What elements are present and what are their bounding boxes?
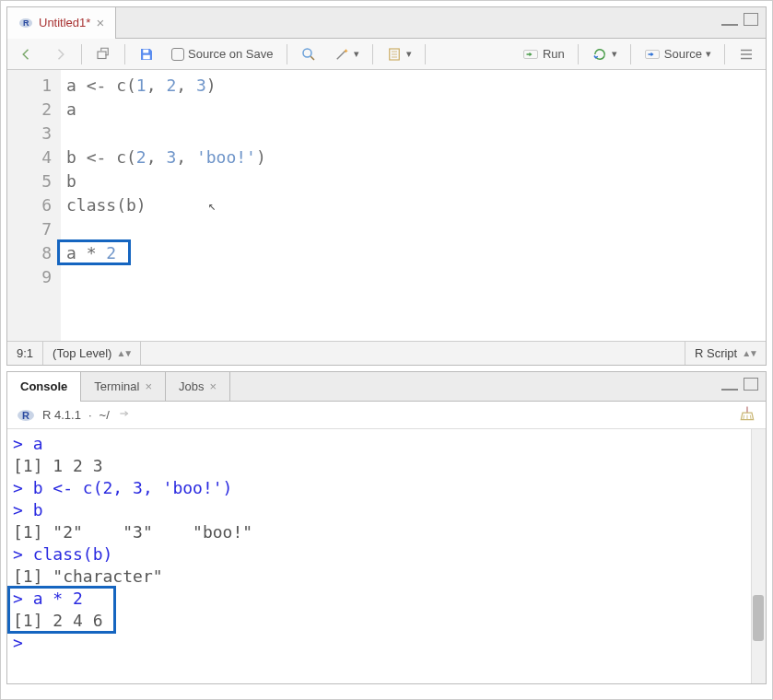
close-icon[interactable]: × <box>145 379 152 393</box>
source-on-save-checkbox[interactable]: Source on Save <box>168 45 277 63</box>
code-line[interactable]: b <box>66 169 760 193</box>
line-number: 1 <box>7 74 52 98</box>
svg-text:R: R <box>23 18 29 28</box>
wand-button[interactable] <box>330 44 363 64</box>
separator <box>372 44 373 64</box>
code-line[interactable]: a * 2 <box>66 241 760 265</box>
console-output[interactable]: > a[1] 1 2 3> b <- c(2, 3, 'boo!')> b[1]… <box>7 429 766 683</box>
highlight-box <box>57 239 131 265</box>
code-token: a <- c( <box>66 76 136 95</box>
language-selector[interactable]: R Script▲▼ <box>685 342 766 365</box>
nav-forward-button[interactable] <box>48 44 72 64</box>
editor-toolbar: Source on Save Run Source <box>7 39 766 70</box>
svg-rect-2 <box>98 52 106 59</box>
separator <box>81 44 82 64</box>
line-number: 4 <box>7 146 52 169</box>
editor-tab-title: Untitled1* <box>39 16 90 29</box>
scrollbar-thumb[interactable] <box>753 595 764 641</box>
goto-dir-icon[interactable] <box>117 407 132 423</box>
separator <box>425 44 426 64</box>
line-number: 5 <box>7 169 52 193</box>
console-pane: Console Terminal× Jobs× R R 4.1.1 · ~/ >… <box>6 371 767 684</box>
code-token: b <- c( <box>66 147 136 167</box>
code-line[interactable] <box>66 122 760 146</box>
cursor-pos-text: 9:1 <box>17 346 33 360</box>
code-body[interactable]: ↖ a <- c(1, 2, 3)ab <- c(2, 3, 'boo!')bc… <box>61 70 766 341</box>
console-line: [1] 1 2 3 <box>13 455 760 477</box>
code-token: ) <box>256 147 266 167</box>
console-line: > b <- c(2, 3, 'boo!') <box>13 477 760 499</box>
console-line: > b <box>13 499 760 521</box>
svg-text:R: R <box>22 410 29 421</box>
code-line[interactable]: a <box>66 98 760 122</box>
close-icon[interactable]: × <box>96 15 104 30</box>
code-line[interactable]: class(b) <box>66 193 760 217</box>
maximize-icon[interactable] <box>744 378 758 391</box>
code-line[interactable]: b <- c(2, 3, 'boo!') <box>66 146 760 169</box>
close-icon[interactable]: × <box>209 379 217 393</box>
separator <box>578 44 579 64</box>
minimize-icon[interactable] <box>721 18 738 26</box>
tab-console[interactable]: Console <box>7 372 81 402</box>
code-token: , <box>146 147 167 167</box>
console-line: > <box>13 632 760 654</box>
highlight-box <box>7 586 116 634</box>
find-button[interactable] <box>297 44 321 64</box>
line-number-gutter: 123456789 <box>7 70 61 341</box>
notebook-button[interactable] <box>382 44 416 64</box>
scrollbar[interactable] <box>751 429 766 683</box>
tab-terminal[interactable]: Terminal× <box>81 372 166 402</box>
svg-line-20 <box>744 415 744 420</box>
scope-selector[interactable]: (Top Level)▲▼ <box>43 342 141 365</box>
popout-button[interactable] <box>91 44 115 64</box>
code-line[interactable] <box>66 217 760 241</box>
code-token: 3 <box>196 76 206 95</box>
separator <box>287 44 287 64</box>
code-token: 2 <box>166 76 176 95</box>
source-button[interactable]: Source <box>640 44 715 64</box>
line-number: 6 <box>7 193 52 217</box>
updown-icon: ▲▼ <box>116 348 131 358</box>
working-dir[interactable]: ~/ <box>100 408 110 422</box>
save-button[interactable] <box>135 44 158 64</box>
mouse-cursor-icon: ↖ <box>208 193 216 217</box>
code-token: , <box>176 76 196 95</box>
svg-rect-3 <box>143 49 148 52</box>
code-editor[interactable]: 123456789 ↖ a <- c(1, 2, 3)ab <- c(2, 3,… <box>7 70 766 341</box>
line-number: 7 <box>7 217 52 241</box>
tab-jobs[interactable]: Jobs× <box>166 372 230 402</box>
cursor-position: 9:1 <box>7 342 43 365</box>
r-file-icon: R <box>18 16 33 30</box>
console-tabstrip: Console Terminal× Jobs× <box>7 372 766 402</box>
line-number: 9 <box>7 265 52 289</box>
code-token: , <box>146 76 167 95</box>
editor-tab[interactable]: R Untitled1* × <box>7 7 116 39</box>
outline-button[interactable] <box>734 44 758 64</box>
tab-terminal-label: Terminal <box>94 379 139 393</box>
nav-back-button[interactable] <box>15 44 39 64</box>
line-number: 3 <box>7 122 52 146</box>
console-info-bar: R R 4.1.1 · ~/ <box>7 402 766 429</box>
maximize-icon[interactable] <box>744 13 758 26</box>
source-on-save-label: Source on Save <box>188 47 274 61</box>
svg-point-5 <box>303 49 311 57</box>
code-token: 2 <box>136 147 146 167</box>
code-line[interactable]: a <- c(1, 2, 3) <box>66 74 760 98</box>
minimize-icon[interactable] <box>721 383 738 391</box>
separator <box>630 44 631 64</box>
code-token: 3 <box>166 147 176 167</box>
code-line[interactable] <box>66 265 760 289</box>
console-line: [1] "2" "3" "boo!" <box>13 521 760 543</box>
line-number: 8 <box>7 241 52 265</box>
line-number: 2 <box>7 98 52 122</box>
run-label: Run <box>543 47 565 61</box>
run-button[interactable]: Run <box>519 44 568 64</box>
svg-line-7 <box>336 51 345 59</box>
tab-console-label: Console <box>20 379 67 393</box>
clear-console-icon[interactable] <box>738 404 756 426</box>
editor-tabstrip: R Untitled1* × <box>7 7 766 39</box>
console-line: [1] "character" <box>13 566 760 588</box>
rerun-button[interactable] <box>588 44 621 64</box>
console-line: > a * 2 <box>13 588 760 610</box>
editor-statusbar: 9:1 (Top Level)▲▼ R Script▲▼ <box>7 341 766 365</box>
